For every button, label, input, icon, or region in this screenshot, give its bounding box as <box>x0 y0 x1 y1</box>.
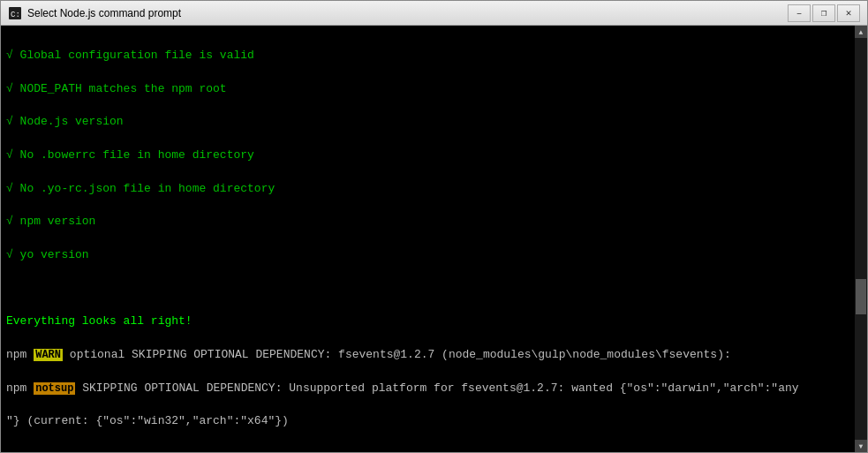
window-title: Select Node.js command prompt <box>27 7 782 19</box>
terminal-line: √ Node.js version <box>6 114 849 131</box>
window: C: Select Node.js command prompt – ❐ ✕ √… <box>0 0 868 453</box>
scroll-up-arrow[interactable]: ▲ <box>855 26 867 38</box>
scroll-thumb[interactable] <box>856 279 866 314</box>
close-button[interactable]: ✕ <box>837 4 860 22</box>
scrollbar[interactable]: ▲ ▼ <box>855 26 867 452</box>
terminal-line <box>6 281 849 298</box>
terminal-line: √ No .bowerrc file in home directory <box>6 147 849 164</box>
terminal-content[interactable]: √ Global configuration file is valid √ N… <box>1 26 855 452</box>
terminal-area: √ Global configuration file is valid √ N… <box>1 26 867 452</box>
terminal-line: √ NODE_PATH matches the npm root <box>6 81 849 98</box>
restore-button[interactable]: ❐ <box>812 4 835 22</box>
minimize-button[interactable]: – <box>788 4 811 22</box>
terminal-line <box>6 447 849 452</box>
terminal-line: npm WARN optional SKIPPING OPTIONAL DEPE… <box>6 347 849 364</box>
scroll-track[interactable] <box>855 38 867 440</box>
title-bar: C: Select Node.js command prompt – ❐ ✕ <box>1 1 867 26</box>
everything-line: Everything looks all right! <box>6 313 849 330</box>
terminal-line: √ Global configuration file is valid <box>6 48 849 64</box>
terminal-line: npm notsup SKIPPING OPTIONAL DEPENDENCY:… <box>6 381 849 397</box>
terminal-line: √ npm version <box>6 214 849 230</box>
terminal-line: "} (current: {"os":"win32","arch":"x64"}… <box>6 413 849 430</box>
terminal-line: √ No .yo-rc.json file in home directory <box>6 181 849 198</box>
terminal-line: √ yo version <box>6 247 849 264</box>
window-controls: – ❐ ✕ <box>788 4 860 22</box>
svg-text:C:: C: <box>11 11 20 19</box>
app-icon: C: <box>8 6 22 20</box>
scroll-down-arrow[interactable]: ▼ <box>855 440 867 452</box>
